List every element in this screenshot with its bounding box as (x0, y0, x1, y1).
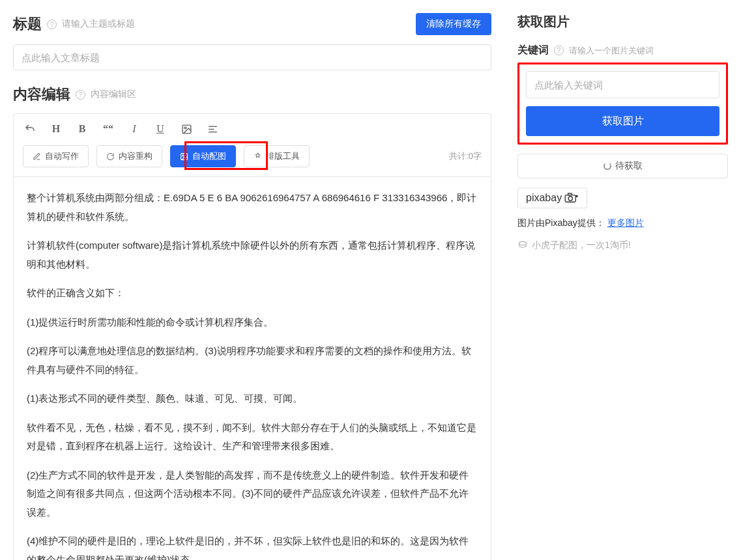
svg-rect-9 (568, 193, 572, 195)
title-label: 标题 (13, 14, 42, 34)
quote-icon[interactable]: ““ (101, 122, 115, 136)
paragraph: (1)表达形式不同的硬件类型、颜色、味道、可见、可摸、可闻。 (27, 389, 478, 408)
undo-icon[interactable] (23, 122, 37, 136)
sidebar: 获取图片 关键词 ? 请输入一个图片关键词 获取图片 待获取 pixabay 图… (504, 0, 741, 560)
keyword-label: 关键词 (517, 44, 549, 57)
help-icon[interactable]: ? (76, 90, 85, 100)
auto-write-label: 自动写作 (45, 150, 79, 162)
title-header: 标题 ? 请输入主题或标题 清除所有缓存 (13, 13, 491, 35)
paragraph: (4)维护不同的硬件是旧的，理论上软件是旧的，并不坏，但实际上软件也是旧的和坏的… (27, 532, 478, 560)
content-header: 内容编辑 ? 内容编辑区 (13, 85, 491, 104)
paragraph: 整个计算机系统由两部分组成：E.69DA 5 E 6 BA 9062616964… (27, 189, 478, 226)
image-icon[interactable] (179, 122, 194, 136)
coin-text: 小虎子配图，一次1淘币! (532, 240, 631, 251)
svg-point-8 (568, 197, 572, 201)
image-source-line: 图片由Pixabay提供： 更多图片 (517, 217, 728, 229)
title-hint: 请输入主题或标题 (62, 18, 135, 30)
editor-toolbar: H B ““ I U 自动写作 内容重构 (13, 113, 491, 177)
coin-note: 小虎子配图，一次1淘币! (517, 240, 728, 251)
main-column: 标题 ? 请输入主题或标题 清除所有缓存 内容编辑 ? 内容编辑区 H B ““… (0, 0, 504, 560)
fetch-image-title: 获取图片 (517, 13, 728, 31)
keyword-input[interactable] (526, 71, 719, 98)
pending-label: 待获取 (615, 160, 643, 172)
paragraph: 计算机软件(computer software)是指计算机系统中除硬件以外的所有… (27, 236, 478, 273)
pixabay-badge: pixabay (517, 188, 587, 208)
editor-body[interactable]: 整个计算机系统由两部分组成：E.69DA 5 E 6 BA 9062616964… (13, 177, 491, 560)
fetch-image-button[interactable]: 获取图片 (526, 106, 719, 136)
svg-point-11 (519, 242, 527, 245)
svg-point-1 (184, 126, 186, 128)
layout-tool-label: 排版工具 (266, 150, 300, 162)
article-title-input[interactable] (13, 44, 491, 70)
paragraph: (2)程序可以满意地处理信息的数据结构。(3)说明程序功能要求和程序需要的文档的… (27, 342, 478, 379)
help-icon[interactable]: ? (47, 20, 57, 29)
coin-icon (517, 240, 528, 251)
help-icon[interactable]: ? (554, 46, 564, 55)
clear-cache-button[interactable]: 清除所有缓存 (416, 13, 491, 35)
paragraph: (2)生产方式不同的软件是开发，是人类智能的高发挥，而不是传统意义上的硬件制造。… (27, 466, 478, 522)
word-count: 共计:0字 (449, 150, 482, 162)
underline-icon[interactable]: U (153, 122, 167, 136)
auto-image-label: 自动配图 (192, 150, 226, 162)
camera-icon (564, 193, 579, 203)
keyword-highlight-box: 获取图片 (517, 63, 728, 145)
restructure-label: 内容重构 (119, 150, 153, 162)
restructure-button[interactable]: 内容重构 (96, 145, 162, 167)
heading-icon[interactable]: H (49, 122, 63, 136)
content-hint: 内容编辑区 (91, 89, 136, 100)
layout-tool-button[interactable]: 排版工具 (244, 145, 310, 167)
pixabay-text: pixabay (526, 192, 562, 204)
source-prefix: 图片由Pixabay提供： (517, 217, 605, 228)
paragraph: 软件看不见，无色，枯燥，看不见，摸不到，闻不到。软件大部分存在于人们的头脑或纸上… (27, 419, 478, 456)
keyword-hint: 请输入一个图片关键词 (569, 45, 654, 57)
auto-write-button[interactable]: 自动写作 (23, 145, 89, 167)
svg-point-6 (182, 154, 184, 156)
auto-image-button[interactable]: 自动配图 (170, 145, 236, 167)
align-left-icon[interactable] (205, 122, 220, 136)
more-images-link[interactable]: 更多图片 (607, 217, 644, 228)
paragraph: (1)提供运行时所需功能和性能的命令或计算机程序集合。 (27, 313, 478, 332)
spinner-icon (603, 162, 611, 170)
paragraph: 软件的正确含义如下： (27, 284, 478, 303)
pending-button[interactable]: 待获取 (517, 154, 728, 178)
bold-icon[interactable]: B (75, 122, 89, 136)
content-label: 内容编辑 (13, 85, 70, 104)
svg-point-10 (575, 195, 578, 198)
italic-icon[interactable]: I (127, 122, 141, 136)
